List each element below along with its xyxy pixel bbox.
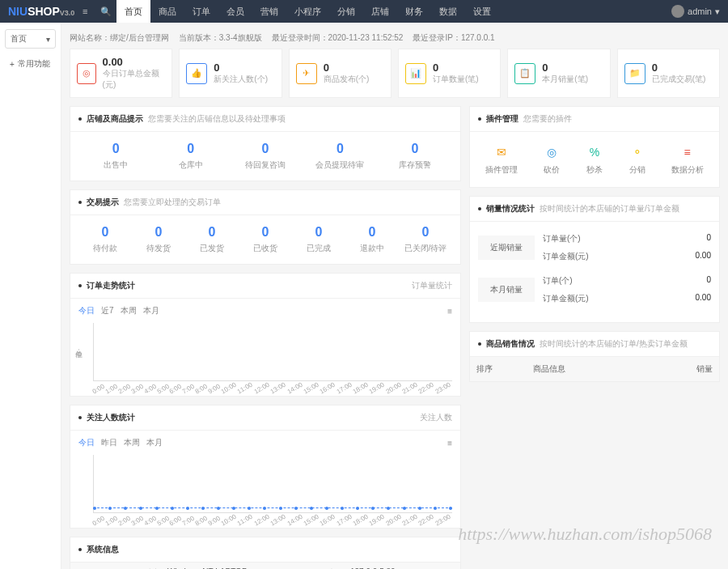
- follow-chart: 0:001:002:003:004:005:006:007:008:009:00…: [70, 455, 460, 528]
- chart-tab[interactable]: 今日: [78, 437, 95, 448]
- stat-icon: ◎: [77, 63, 96, 84]
- num-cell[interactable]: 0已发货: [185, 225, 239, 254]
- nav-店铺[interactable]: 店铺: [363, 0, 397, 23]
- plugin-item[interactable]: ⚬分销: [629, 143, 646, 176]
- chart-tab[interactable]: 昨日: [101, 437, 117, 448]
- menu-toggle-icon[interactable]: ≡: [74, 0, 95, 23]
- chevron-down-icon: ▾: [715, 6, 720, 17]
- panel-follow-chart: 关注人数统计关注人数 今日昨日本周本月≡ 0:001:002:003:004:0…: [70, 405, 461, 529]
- stat-icon: 📋: [514, 63, 535, 84]
- nav-分销[interactable]: 分销: [329, 0, 363, 23]
- nav-小程序[interactable]: 小程序: [286, 0, 329, 23]
- panel-system-info: 系统信息 服务器操作系统Windows NT LAPTOP-FK7QG7FP 1…: [70, 537, 461, 569]
- num-cell[interactable]: 0退款中: [345, 225, 399, 254]
- panel-plugins: 插件管理您需要的插件 ✉插件管理◎砍价%秒杀⚬分销≡数据分析: [469, 106, 720, 188]
- plugin-icon: ✉: [493, 143, 510, 161]
- panel-hot-goods: 商品销售情况按时间统计的本店铺的订单/热卖订单金额 排序商品信息销量: [469, 331, 720, 382]
- breadcrumb: 网站名称：绑定/后台管理网 当前版本：3.3-4旗舰版 最近登录时间：2020-…: [70, 28, 720, 49]
- stat-card[interactable]: 📊0订单数量(笔): [398, 49, 501, 98]
- num-cell[interactable]: 0已关闭/待评: [399, 225, 452, 254]
- topbar: NIUSHOPV3.0 ≡ 🔍 首页商品订单会员营销小程序分销店铺财务数据设置 …: [0, 0, 728, 23]
- stat-icon: ✈: [296, 63, 317, 84]
- num-cell[interactable]: 0待付款: [78, 225, 132, 254]
- plus-icon: +: [10, 60, 15, 69]
- stat-group: 本月销量订单(个)0订单金额(元)0.00: [478, 272, 711, 308]
- sidebar: 首页▾ + 常用功能: [0, 23, 61, 569]
- user-menu[interactable]: admin ▾: [671, 5, 720, 18]
- num-cell[interactable]: 0会员提现待审: [303, 142, 377, 171]
- sidebar-home-select[interactable]: 首页▾: [5, 29, 56, 49]
- plugin-icon: ≡: [679, 143, 696, 161]
- num-cell[interactable]: 0待发货: [132, 225, 185, 254]
- logo: NIUSHOPV3.0: [8, 5, 74, 18]
- stat-card[interactable]: ◎0.00今日订单总金额(元): [70, 49, 172, 98]
- num-cell[interactable]: 0待回复咨询: [228, 142, 303, 171]
- nav-设置[interactable]: 设置: [465, 0, 499, 23]
- sidebar-add-shortcut[interactable]: + 常用功能: [5, 55, 56, 73]
- chart-tab[interactable]: 今日: [78, 305, 95, 316]
- chart-tab[interactable]: 本周: [121, 305, 137, 316]
- nav-首页[interactable]: 首页: [116, 0, 150, 23]
- stat-card[interactable]: 📋0本月销量(笔): [507, 49, 610, 98]
- plugin-icon: %: [586, 143, 603, 161]
- plugin-icon: ◎: [543, 143, 561, 161]
- plugin-icon: ⚬: [629, 143, 646, 161]
- num-cell[interactable]: 0已收货: [239, 225, 292, 254]
- avatar-icon: [671, 5, 684, 18]
- plugin-item[interactable]: ✉插件管理: [485, 143, 518, 176]
- chart-tab[interactable]: 近7: [101, 305, 114, 316]
- plugin-item[interactable]: ◎砍价: [543, 143, 561, 176]
- stat-icon: 📊: [405, 63, 426, 84]
- stat-card[interactable]: ✈0商品发布(个): [289, 49, 392, 98]
- search-icon[interactable]: 🔍: [95, 0, 116, 23]
- chart-tab[interactable]: 本月: [146, 437, 163, 448]
- stat-cards: ◎0.00今日订单总金额(元)👍0新关注人数(个)✈0商品发布(个)📊0订单数量…: [70, 49, 720, 98]
- num-cell[interactable]: 0仓库中: [153, 142, 227, 171]
- nav-财务[interactable]: 财务: [397, 0, 431, 23]
- chart-menu-icon[interactable]: ≡: [447, 307, 452, 316]
- stat-icon: 📁: [624, 63, 645, 84]
- nav-营销[interactable]: 营销: [252, 0, 286, 23]
- nav-会员[interactable]: 会员: [218, 0, 252, 23]
- chart-tab[interactable]: 本月: [143, 305, 159, 316]
- plugin-item[interactable]: ≡数据分析: [671, 143, 704, 176]
- top-nav: 首页商品订单会员营销小程序分销店铺财务数据设置: [116, 0, 499, 23]
- panel-trade-hint: 交易提示您需要立即处理的交易订单 0待付款0待发货0已发货0已收货0已完成0退款…: [70, 189, 461, 265]
- num-cell[interactable]: 0出售中: [78, 142, 153, 171]
- order-chart: 单位：0 0:001:002:003:004:005:006:007:008:0…: [70, 323, 460, 396]
- num-cell[interactable]: 0已完成: [292, 225, 345, 254]
- stat-icon: 👍: [186, 63, 207, 84]
- panel-sale-stat: 销量情况统计按时间统计的本店铺的订单量/订单金额 近期销量订单量(个)0订单金额…: [469, 196, 720, 323]
- stat-card[interactable]: 👍0新关注人数(个): [179, 49, 281, 98]
- system-row: 服务器操作系统Windows NT LAPTOP-FK7QG7FP 10.0 b…: [70, 563, 460, 569]
- user-name: admin: [688, 6, 712, 16]
- panel-shop-hint: 店铺及商品提示您需要关注的店铺信息以及待处理事项 0出售中0仓库中0待回复咨询0…: [70, 106, 461, 181]
- panel-order-chart: 订单走势统计订单量统计 今日近7本周本月≡ 单位：0 0:001:002:003…: [70, 273, 461, 397]
- plugin-item[interactable]: %秒杀: [586, 143, 603, 176]
- chart-tab[interactable]: 本周: [124, 437, 140, 448]
- num-cell[interactable]: 0库存预警: [378, 142, 452, 171]
- nav-数据[interactable]: 数据: [431, 0, 465, 23]
- nav-商品[interactable]: 商品: [150, 0, 184, 23]
- table-header: 排序商品信息销量: [470, 357, 719, 381]
- stat-card[interactable]: 📁0已完成交易(笔): [617, 49, 720, 98]
- chart-menu-icon[interactable]: ≡: [447, 439, 452, 448]
- chevron-down-icon: ▾: [46, 35, 50, 44]
- stat-group: 近期销量订单量(个)0订单金额(元)0.00: [478, 230, 711, 265]
- nav-订单[interactable]: 订单: [184, 0, 218, 23]
